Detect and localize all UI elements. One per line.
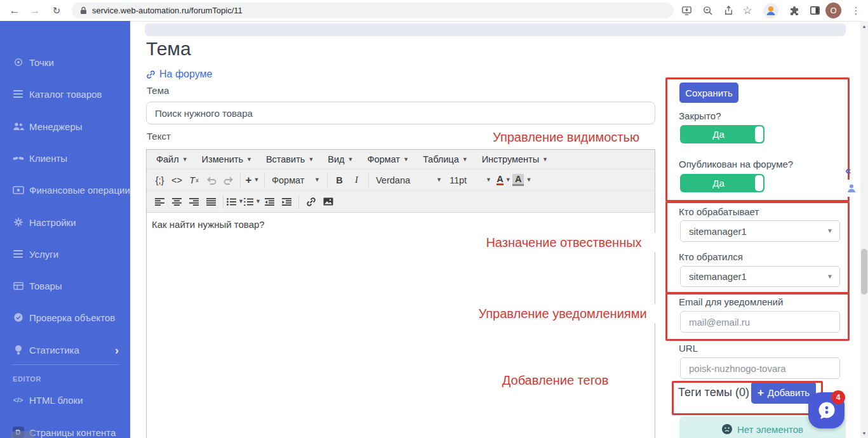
install-icon[interactable] bbox=[678, 0, 695, 21]
menu-format[interactable]: Формат▼ bbox=[360, 154, 415, 164]
numbered-list-button[interactable]: ▼ bbox=[244, 194, 261, 210]
menu-kebab-icon[interactable]: ⋮ bbox=[848, 0, 864, 21]
menu-insert[interactable]: Вставить▼ bbox=[259, 154, 321, 164]
text-color-button[interactable]: A▼ bbox=[495, 172, 512, 189]
code-sample-button[interactable]: {;} bbox=[151, 172, 168, 189]
scrollbar-thumb[interactable] bbox=[861, 249, 867, 295]
sidebar-item-settings[interactable]: Настройки bbox=[0, 214, 130, 230]
published-toggle-value: Да bbox=[712, 178, 724, 189]
insert-image-button[interactable] bbox=[319, 194, 337, 210]
align-center-button[interactable] bbox=[168, 194, 185, 210]
reload-icon[interactable]: ↻ bbox=[48, 0, 65, 21]
outdent-button[interactable] bbox=[261, 194, 278, 210]
chevron-down-icon: ▼ bbox=[827, 228, 833, 234]
zoom-out-icon[interactable] bbox=[699, 0, 716, 21]
source-code-button[interactable]: <> bbox=[168, 172, 185, 189]
menu-edit[interactable]: Изменить▼ bbox=[195, 154, 259, 164]
editor-content-text: Как найти нужный товар? bbox=[152, 219, 265, 230]
toolbar-separator bbox=[240, 173, 241, 187]
profile-avatar[interactable]: O bbox=[825, 3, 841, 18]
scroll-to-top-button[interactable] bbox=[11, 431, 34, 438]
extension-avatar-icon[interactable] bbox=[762, 0, 780, 21]
sidebar-item-services[interactable]: Услуги bbox=[0, 246, 130, 262]
sidebar: Точки Каталог товаров Менеджеры Клиенты … bbox=[0, 21, 130, 438]
annotation-tags: Добавление тегов bbox=[491, 371, 620, 390]
published-toggle[interactable]: Да bbox=[680, 174, 765, 192]
share-icon[interactable] bbox=[720, 0, 737, 21]
undo-button[interactable] bbox=[203, 172, 220, 189]
chevron-down-icon: ▼ bbox=[238, 199, 244, 204]
handshake-icon bbox=[12, 152, 24, 164]
extensions-puzzle-icon[interactable] bbox=[786, 0, 803, 21]
paragraph-format-dropdown[interactable]: Формат▼ bbox=[268, 172, 324, 189]
toolbar-separator bbox=[368, 173, 369, 187]
sidebar-item-managers[interactable]: Менеджеры bbox=[0, 118, 130, 135]
url-bar[interactable]: service.web-automation.ru/forumTopic/11 bbox=[72, 3, 674, 18]
check-circle-icon bbox=[12, 312, 24, 323]
menu-tools[interactable]: Инструменты▼ bbox=[475, 154, 555, 164]
forum-link[interactable]: На форуме bbox=[146, 69, 212, 80]
align-left-button[interactable] bbox=[151, 194, 168, 210]
sidebar-item-catalog[interactable]: Каталог товаров bbox=[0, 86, 130, 102]
insert-plus-button[interactable]: +▼ bbox=[244, 172, 261, 189]
background-color-button[interactable]: A▼ bbox=[512, 172, 531, 189]
editor-menubar: Файл▼ Изменить▼ Вставить▼ Вид▼ Формат▼ Т… bbox=[147, 150, 655, 169]
url-slug-input[interactable] bbox=[680, 357, 840, 379]
side-panel-icon[interactable] bbox=[806, 0, 823, 21]
user-panel-button[interactable] bbox=[844, 180, 858, 197]
font-family-dropdown[interactable]: Verdana▼ bbox=[372, 172, 446, 189]
bulb-icon bbox=[12, 344, 24, 355]
chevron-down-icon: ▼ bbox=[462, 157, 468, 163]
sidebar-item-object-check[interactable]: Проверка объектов bbox=[0, 309, 130, 326]
handler-label: Кто обрабатывает bbox=[679, 206, 759, 217]
requester-select[interactable]: sitemanager1 ▼ bbox=[680, 266, 840, 287]
align-right-button[interactable] bbox=[185, 194, 203, 210]
email-input[interactable] bbox=[680, 311, 840, 333]
chevron-down-icon: ▼ bbox=[254, 177, 260, 183]
clear-formatting-button[interactable]: Tx bbox=[185, 172, 203, 189]
sidebar-item-html-blocks[interactable]: </> HTML блоки bbox=[0, 392, 130, 408]
menu-table[interactable]: Таблица▼ bbox=[416, 154, 475, 164]
requester-label: Кто обратился bbox=[679, 251, 743, 262]
sad-face-icon bbox=[722, 424, 732, 434]
scrollbar-down-arrow[interactable]: ▼ bbox=[860, 429, 868, 437]
menu-view[interactable]: Вид▼ bbox=[321, 154, 360, 164]
add-tag-button[interactable]: + Добавить bbox=[751, 382, 816, 404]
chevron-down-icon: ▼ bbox=[314, 177, 320, 183]
person-icon bbox=[847, 183, 856, 193]
font-size-dropdown[interactable]: 11pt▼ bbox=[446, 172, 495, 189]
sidebar-item-points[interactable]: Точки bbox=[0, 54, 130, 70]
handler-select[interactable]: sitemanager1 ▼ bbox=[680, 220, 840, 242]
chevron-right-icon: › bbox=[115, 344, 119, 356]
sidebar-item-clients[interactable]: Клиенты bbox=[0, 150, 130, 166]
chevron-down-icon: ▼ bbox=[542, 157, 548, 163]
back-icon[interactable]: ← bbox=[6, 0, 23, 21]
url-label: URL bbox=[679, 343, 698, 354]
italic-button[interactable]: I bbox=[348, 172, 365, 189]
scrollbar-up-arrow[interactable]: ▲ bbox=[860, 22, 868, 30]
forward-icon[interactable]: → bbox=[27, 0, 43, 21]
save-button[interactable]: Сохранить bbox=[679, 83, 738, 103]
collapse-panel-icon[interactable]: « bbox=[845, 164, 850, 177]
handler-select-value: sitemanager1 bbox=[689, 226, 747, 237]
bookmark-star-icon[interactable]: ☆ bbox=[739, 0, 756, 21]
align-justify-button[interactable] bbox=[203, 194, 220, 210]
email-label: Email для уведомлений bbox=[679, 296, 783, 307]
page-title: Тема bbox=[146, 38, 191, 60]
page-scrollbar[interactable]: ▲ ▼ bbox=[860, 21, 868, 438]
sidebar-item-statistics[interactable]: Статистика › bbox=[0, 342, 130, 358]
sidebar-item-finance[interactable]: Финансовые операции bbox=[0, 182, 130, 198]
add-tag-button-label: Добавить bbox=[768, 387, 810, 398]
redo-button[interactable] bbox=[220, 172, 237, 189]
topic-input[interactable] bbox=[146, 102, 655, 124]
sidebar-item-goods[interactable]: Товары bbox=[0, 277, 130, 294]
closed-toggle[interactable]: Да bbox=[680, 125, 765, 143]
indent-button[interactable] bbox=[278, 194, 295, 210]
menu-file[interactable]: Файл▼ bbox=[149, 154, 195, 164]
bullet-list-button[interactable]: ▼ bbox=[227, 194, 244, 210]
bold-button[interactable]: B bbox=[331, 172, 348, 189]
requester-select-value: sitemanager1 bbox=[689, 271, 747, 282]
insert-link-button[interactable] bbox=[302, 194, 319, 210]
chevron-down-icon: ▼ bbox=[486, 177, 491, 183]
breadcrumb-bar bbox=[145, 23, 846, 36]
